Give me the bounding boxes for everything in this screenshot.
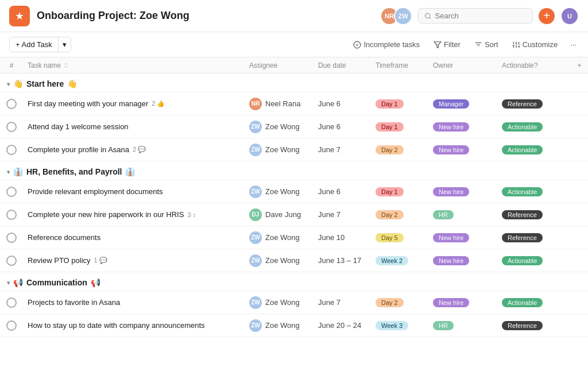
task-assignee[interactable]: ZW Zoe Wong [249,121,318,133]
actionable-tag: Reference [502,210,543,219]
task-check[interactable] [0,320,23,331]
task-check[interactable] [0,145,23,155]
check-circle[interactable] [6,297,17,308]
search-bar[interactable] [418,8,533,24]
search-input[interactable] [435,11,527,20]
actionable-tag: Actionable [502,298,543,307]
filter-icon [434,41,442,49]
actionable-tag: Reference [502,233,543,242]
toolbar: + Add Task ▾ Incomplete tasks Filter Sor… [0,32,588,57]
task-timeframe: Day 2 [376,145,433,154]
task-actionable: Actionable [502,298,571,307]
task-assignee[interactable]: ZW Zoe Wong [249,319,318,332]
task-actionable: Reference [502,99,571,109]
task-actionable: Reference [502,233,571,242]
sort-button[interactable]: Sort [471,38,502,51]
task-due-date: June 7 [318,298,376,307]
task-assignee[interactable]: ZW Zoe Wong [249,254,318,267]
task-check[interactable] [0,187,23,197]
check-circle[interactable] [6,99,17,109]
task-name[interactable]: Reference documents [23,229,249,246]
actionable-tag: Reference [502,99,543,109]
section-header-start-here[interactable]: ▾ 👋 Start here 👋 [0,74,588,92]
section-title: Communication [26,278,87,287]
add-button[interactable]: + [539,8,555,24]
actionable-tag: Actionable [502,256,543,265]
avatar-group: NR ZW [380,7,412,25]
task-assignee[interactable]: DJ Dave Jung [249,208,318,221]
task-check[interactable] [0,99,23,109]
header: ★ Onboarding Project: Zoe Wong NR ZW + U [0,0,588,32]
task-assignee[interactable]: ZW Zoe Wong [249,144,318,156]
check-circle[interactable] [6,187,17,197]
table-row: Complete your new hire paperwork in our … [0,203,588,226]
task-badge: 3 ↕ [187,211,196,218]
task-timeframe: Day 5 [376,233,433,242]
table-header: # Task name Assignee Due date Timeframe … [0,57,588,74]
assignee-avatar: ZW [249,144,262,156]
task-name[interactable]: Projects to favorite in Asana [23,293,249,311]
check-circle[interactable] [6,210,17,220]
add-task-main[interactable]: + Add Task [10,37,58,52]
task-assignee[interactable]: ZW Zoe Wong [249,185,318,198]
task-assignee[interactable]: ZW Zoe Wong [249,231,318,244]
assignee-name: Zoe Wong [265,256,300,265]
owner-tag: New hire [433,187,469,196]
chevron-down-icon: ▾ [7,169,10,175]
table-row: Complete your profile in Asana 2 💬 ZW Zo… [0,138,588,161]
add-task-dropdown[interactable]: ▾ [58,37,71,52]
task-name[interactable]: First day meeting with your manager 2 👍 [23,95,249,113]
task-owner: HR [433,321,502,330]
owner-tag: HR [433,210,454,219]
task-name[interactable]: Complete your profile in Asana 2 💬 [23,141,249,158]
col-add[interactable]: + [571,61,588,69]
assignee-name: Zoe Wong [265,233,300,242]
add-task-button[interactable]: + Add Task ▾ [9,37,71,52]
task-due-date: June 10 [318,233,376,242]
table-body: ▾ 👋 Start here 👋 First day meeting with … [0,74,588,375]
owner-tag: New hire [433,298,469,307]
customize-button[interactable]: Customize [509,38,561,51]
section-emoji-end: 👋 [67,79,77,88]
timeframe-tag: Day 2 [376,210,404,219]
check-circle[interactable] [6,122,17,132]
filter-button[interactable]: Filter [430,38,464,51]
task-due-date: June 6 [318,122,376,131]
col-timeframe: Timeframe [376,61,433,69]
task-assignee[interactable]: NR Neel Rana [249,98,318,110]
check-circle[interactable] [6,320,17,331]
check-circle[interactable] [6,145,17,155]
section-emoji: 👋 [13,79,23,88]
assignee-avatar: DJ [249,208,262,221]
task-name[interactable]: Complete your new hire paperwork in our … [23,206,249,223]
actionable-tag: Actionable [502,187,543,196]
col-sort-icon [63,63,69,68]
task-due-date: June 7 [318,210,376,219]
check-circle[interactable] [6,256,17,266]
task-name[interactable]: Provide relevant employment documents [23,183,249,200]
assignee-name: Zoe Wong [265,187,300,196]
task-due-date: June 7 [318,145,376,154]
section-header-communication[interactable]: ▾ 📢 Communication 📢 [0,272,588,291]
search-icon [424,12,432,20]
task-name[interactable]: How to stay up to date with company anno… [23,316,249,334]
timeframe-tag: Week 2 [376,256,408,265]
user-avatar[interactable]: U [560,7,579,25]
task-name[interactable]: Attend day 1 welcome session [23,118,249,136]
task-assignee[interactable]: ZW Zoe Wong [249,296,318,309]
more-options-button[interactable]: ··· [568,38,579,51]
owner-tag: New hire [433,145,469,154]
task-check[interactable] [0,122,23,132]
sliders-icon [512,41,520,49]
task-check[interactable] [0,256,23,266]
task-timeframe: Day 2 [376,210,433,219]
assignee-avatar: ZW [249,296,262,309]
task-check[interactable] [0,297,23,308]
task-check[interactable] [0,233,23,243]
task-name[interactable]: Review PTO policy 1 💬 [23,252,249,269]
table-row: First day meeting with your manager 2 👍 … [0,92,588,115]
incomplete-tasks-button[interactable]: Incomplete tasks [350,38,423,51]
task-check[interactable] [0,210,23,220]
check-circle[interactable] [6,233,17,243]
section-header-hr-benefits[interactable]: ▾ 👔 HR, Benefits, and Payroll 👔 [0,161,588,180]
